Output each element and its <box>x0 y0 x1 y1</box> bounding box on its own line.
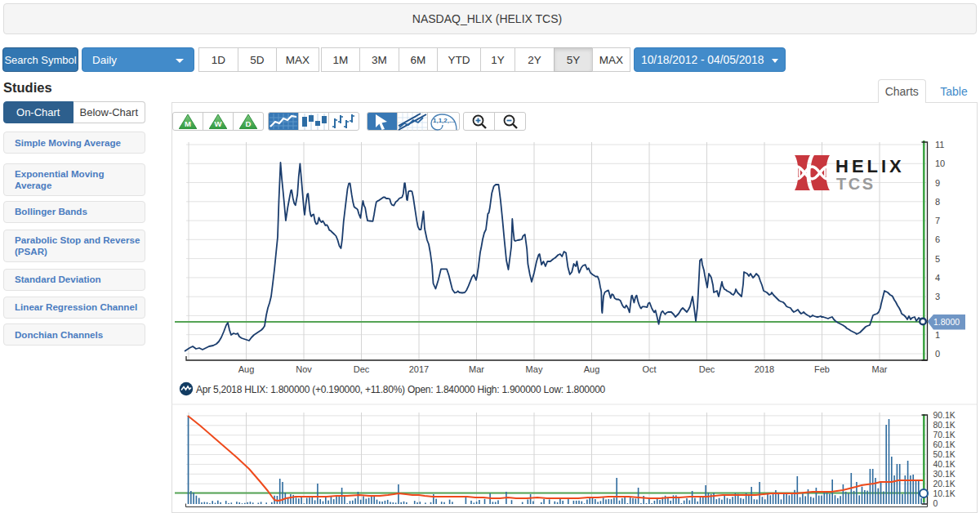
svg-text:6: 6 <box>935 234 940 244</box>
svg-text:HELIX: HELIX <box>835 156 905 176</box>
svg-text:10.1K: 10.1K <box>933 489 956 498</box>
svg-text:8: 8 <box>935 197 940 207</box>
svg-text:0: 0 <box>933 499 938 508</box>
svg-text:Dec: Dec <box>699 364 715 374</box>
svg-text:Feb: Feb <box>814 364 830 374</box>
svg-text:Mar: Mar <box>469 364 484 374</box>
svg-text:TCS: TCS <box>836 175 875 193</box>
svg-text:May: May <box>526 364 543 374</box>
svg-text:0: 0 <box>935 349 940 359</box>
svg-text:Nov: Nov <box>296 364 312 374</box>
svg-text:60.1K: 60.1K <box>933 440 956 449</box>
svg-text:Oct: Oct <box>642 364 656 374</box>
svg-text:50.1K: 50.1K <box>933 450 956 459</box>
svg-text:Mar: Mar <box>872 364 888 374</box>
svg-text:30.1K: 30.1K <box>933 470 956 479</box>
svg-text:40.1K: 40.1K <box>933 460 956 469</box>
svg-text:90.1K: 90.1K <box>933 411 956 420</box>
svg-text:10: 10 <box>935 158 945 168</box>
svg-text:70.1K: 70.1K <box>933 430 956 439</box>
svg-text:7: 7 <box>935 216 940 225</box>
svg-text:1.8000: 1.8000 <box>933 317 960 327</box>
svg-text:20.1K: 20.1K <box>933 480 956 488</box>
svg-text:3: 3 <box>935 292 940 301</box>
svg-text:9: 9 <box>935 178 940 188</box>
svg-text:5: 5 <box>935 254 940 264</box>
svg-text:Aug: Aug <box>584 364 600 374</box>
svg-text:Aug: Aug <box>238 364 255 374</box>
svg-text:80.1K: 80.1K <box>933 421 956 430</box>
svg-text:2018: 2018 <box>755 364 774 374</box>
svg-text:Apr 5,2018 HLIX: 1.800000 (+0.: Apr 5,2018 HLIX: 1.800000 (+0.190000, +1… <box>196 384 606 395</box>
svg-text:11: 11 <box>935 140 944 149</box>
svg-text:1: 1 <box>935 330 940 340</box>
svg-text:2017: 2017 <box>409 364 429 374</box>
svg-text:4: 4 <box>935 273 940 283</box>
svg-text:Dec: Dec <box>354 364 370 374</box>
